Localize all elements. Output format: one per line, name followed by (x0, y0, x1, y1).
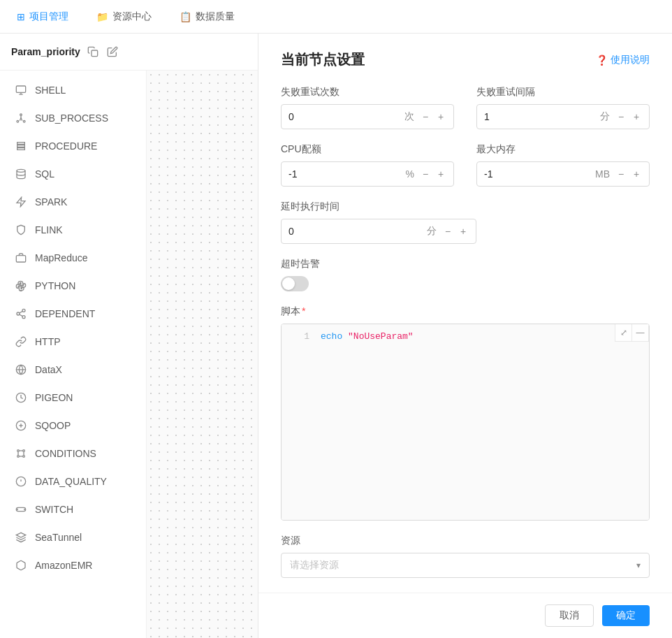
svg-point-23 (17, 456, 20, 458)
sidebar-title: Param_priority (11, 46, 80, 57)
sidebar-item-pigeon[interactable]: PIGEON (0, 384, 146, 412)
sidebar: Param_priority (0, 34, 258, 638)
resource-label: 资源 (281, 535, 650, 547)
switch-icon (14, 502, 28, 516)
help-label: 使用说明 (611, 54, 650, 66)
sidebar-item-conditions[interactable]: CONDITIONS (0, 440, 146, 467)
memory-input[interactable]: -1 MB − + (476, 161, 650, 187)
cpu-input[interactable]: -1 % − + (281, 161, 454, 187)
form-group-cpu: CPU配额 -1 % − + (281, 143, 454, 187)
shell-icon (14, 83, 28, 97)
memory-increment[interactable]: + (631, 168, 642, 180)
svg-point-22 (23, 450, 25, 452)
sidebar-item-amazonemr[interactable]: AmazonEMR (0, 551, 146, 579)
sidebar-label-seatunnel: SeaTunnel (35, 532, 132, 543)
retry-times-label: 失败重试次数 (281, 86, 454, 99)
svg-point-4 (20, 114, 22, 116)
retry-interval-input[interactable]: 1 分 − + (476, 104, 650, 129)
cpu-increment[interactable]: + (435, 168, 446, 180)
sidebar-item-flink[interactable]: FLINK (0, 216, 146, 244)
svg-line-13 (20, 314, 23, 317)
delay-increment[interactable]: + (458, 226, 469, 237)
cpu-value: -1 (288, 168, 406, 180)
retry-times-controls: − + (420, 111, 446, 122)
seatunnel-icon (14, 530, 28, 544)
resource-placeholder: 请选择资源 (290, 559, 636, 572)
retry-interval-label: 失败重试间隔 (476, 86, 650, 99)
top-nav: ⊞ 项目管理 📁 资源中心 📋 数据质量 (0, 0, 672, 34)
timeout-toggle-wrap (281, 276, 650, 291)
resource-select[interactable]: 请选择资源 ▾ (281, 553, 650, 578)
sidebar-item-seatunnel[interactable]: SeaTunnel (0, 523, 146, 551)
code-minimize-icon[interactable]: — (632, 324, 649, 341)
sidebar-item-http[interactable]: HTTP (0, 328, 146, 356)
code-string-nouseparam: "NoUseParam" (348, 331, 414, 342)
retry-times-increment[interactable]: + (435, 111, 446, 122)
sidebar-item-mapreduce[interactable]: MapReduce (0, 244, 146, 272)
svg-marker-8 (17, 197, 25, 206)
svg-rect-0 (92, 50, 98, 57)
memory-value: -1 (484, 168, 595, 180)
delay-input[interactable]: 0 分 − + (281, 219, 476, 244)
sidebar-label-conditions: CONDITIONS (35, 448, 132, 459)
sidebar-item-dependent[interactable]: DEPENDENT (0, 300, 146, 328)
retry-times-input[interactable]: 0 次 − + (281, 104, 454, 129)
svg-point-11 (17, 312, 20, 315)
panel-footer: 取消 确定 (258, 593, 672, 638)
form-group-retry-interval: 失败重试间隔 1 分 − + (476, 86, 650, 129)
code-expand-icon[interactable]: ⤢ (615, 324, 632, 341)
right-panel: 当前节点设置 ❓ 使用说明 失败重试次数 0 次 − (258, 34, 672, 593)
svg-point-21 (17, 450, 20, 452)
retry-interval-value: 1 (484, 111, 600, 122)
sidebar-item-shell[interactable]: SHELL (0, 76, 146, 104)
sidebar-list: SHELL SUB_PROCESS PROCED (0, 71, 146, 585)
grid-icon: ⊞ (17, 11, 25, 22)
pigeon-icon (14, 391, 28, 405)
code-editor[interactable]: ⤢ — 1 echo "NoUseParam" (281, 324, 650, 521)
folder-icon: 📁 (96, 11, 108, 22)
sql-icon (14, 167, 28, 181)
sidebar-item-procedure[interactable]: PROCEDURE (0, 132, 146, 160)
confirm-button[interactable]: 确定 (602, 605, 650, 626)
memory-decrement[interactable]: − (615, 168, 627, 180)
cancel-button[interactable]: 取消 (545, 604, 594, 627)
nav-item-project[interactable]: ⊞ 项目管理 (11, 8, 74, 26)
sidebar-list-wrapper: SHELL SUB_PROCESS PROCED (0, 71, 258, 638)
delay-decrement[interactable]: − (442, 226, 453, 237)
sidebar-item-datax[interactable]: DataX (0, 356, 146, 384)
timeout-toggle[interactable] (281, 276, 309, 291)
retry-interval-decrement[interactable]: − (615, 111, 627, 122)
sidebar-item-spark[interactable]: SPARK (0, 188, 146, 216)
help-link[interactable]: ❓ 使用说明 (596, 54, 650, 66)
nav-item-resource[interactable]: 📁 资源中心 (91, 8, 157, 26)
line-code-1: echo "NoUseParam" (321, 331, 414, 342)
sidebar-item-sqoop[interactable]: SQOOP (0, 412, 146, 440)
datax-icon (14, 363, 28, 377)
sidebar-item-sql[interactable]: SQL (0, 160, 146, 188)
svg-point-10 (22, 309, 25, 312)
nav-item-data[interactable]: 📋 数据质量 (174, 8, 240, 26)
retry-interval-increment[interactable]: + (631, 111, 642, 122)
cpu-decrement[interactable]: − (420, 168, 431, 180)
sidebar-label-dependent: DEPENDENT (35, 308, 132, 319)
sidebar-item-python[interactable]: PYTHON (0, 272, 146, 300)
retry-times-decrement[interactable]: − (420, 111, 431, 122)
form-row-retry: 失败重试次数 0 次 − + 失败重试间隔 1 (281, 86, 650, 129)
form-group-timeout: 超时告警 (281, 258, 650, 291)
sidebar-item-switch[interactable]: SWITCH (0, 495, 146, 523)
copy-icon[interactable] (86, 45, 100, 59)
script-label: 脚本* (281, 305, 650, 318)
svg-line-14 (20, 311, 23, 313)
form-row-delay: 延时执行时间 0 分 − + (281, 201, 650, 244)
table-icon: 📋 (180, 11, 191, 22)
form-row-resources: CPU配额 -1 % − + 最大内存 -1 (281, 143, 650, 187)
sidebar-items-col: SHELL SUB_PROCESS PROCED (0, 71, 147, 638)
memory-unit: MB (595, 168, 610, 180)
conditions-icon (14, 447, 28, 461)
sidebar-item-sub-process[interactable]: SUB_PROCESS (0, 104, 146, 132)
mapreduce-icon (14, 251, 28, 265)
toggle-knob (282, 277, 295, 290)
edit-icon[interactable] (105, 45, 119, 59)
sidebar-item-data-quality[interactable]: DATA_QUALITY (0, 467, 146, 495)
line-number-1: 1 (287, 331, 309, 342)
